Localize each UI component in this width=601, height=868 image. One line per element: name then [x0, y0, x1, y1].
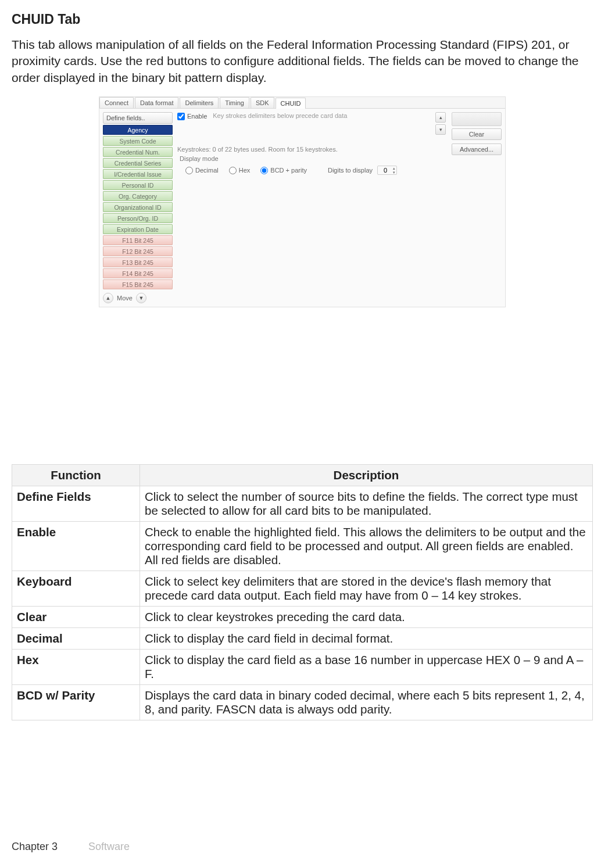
tab-sdk[interactable]: SDK	[251, 97, 274, 108]
cell-func: Decimal	[12, 628, 140, 650]
cell-desc: Click to select the number of source bit…	[140, 486, 593, 522]
page-footer: Chapter 3 Software	[12, 841, 130, 853]
move-label: Move	[117, 295, 133, 302]
chevron-down-icon: ▼	[138, 295, 144, 301]
move-down-button[interactable]: ▼	[136, 293, 146, 303]
footer-chapter: Chapter 3	[12, 841, 58, 852]
keystrokes-info: Keystrokes: 0 of 22 bytes used. Room for…	[177, 146, 446, 153]
spinner-down-icon[interactable]: ▾	[393, 170, 395, 174]
cell-desc: Check to enable the highlighted field. T…	[140, 522, 593, 571]
table-row: BCD w/ ParityDisplays the card data in b…	[12, 685, 593, 720]
display-mode-label: Display mode	[180, 155, 446, 162]
radio-hex[interactable]: Hex	[229, 167, 251, 174]
display-mode-radios: Decimal Hex BCD + parity Digits to displ…	[185, 166, 446, 175]
keyboard-placeholder	[452, 112, 502, 126]
radio-bcd-label: BCD + parity	[270, 167, 307, 174]
digits-input[interactable]	[379, 167, 392, 174]
cell-func: Clear	[12, 607, 140, 628]
intro-paragraph: This tab allows manipulation of all fiel…	[12, 37, 593, 86]
field-f13[interactable]: F13 Bit 245	[103, 257, 173, 267]
spinner-up-icon[interactable]: ▴	[393, 166, 395, 170]
radio-hex-label: Hex	[239, 167, 251, 174]
chevron-up-icon: ▲	[106, 295, 111, 301]
digits-spinner[interactable]: ▴▾	[377, 166, 397, 175]
table-row: DecimalClick to display the card field i…	[12, 628, 593, 650]
radio-decimal[interactable]: Decimal	[185, 167, 219, 174]
field-agency[interactable]: Agency	[103, 125, 173, 135]
move-up-button[interactable]: ▲	[103, 293, 113, 303]
tab-data-format[interactable]: Data format	[135, 97, 178, 108]
define-fields-button[interactable]: Define fields..	[103, 112, 173, 124]
page-title: CHUID Tab	[12, 12, 593, 27]
field-credential-issue[interactable]: I/Credential Issue	[103, 169, 173, 179]
th-function: Function	[12, 465, 140, 486]
radio-bcd[interactable]: BCD + parity	[260, 167, 307, 174]
scroll-up-button[interactable]: ▴	[435, 112, 446, 123]
radio-decimal-label: Decimal	[195, 167, 219, 174]
enable-checkbox[interactable]	[177, 113, 185, 120]
field-f15[interactable]: F15 Bit 245	[103, 279, 173, 289]
table-row: Define FieldsClick to select the number …	[12, 486, 593, 522]
enable-checkbox-label[interactable]: Enable	[177, 112, 207, 120]
enable-label-text: Enable	[187, 113, 207, 120]
field-person-org-id[interactable]: Person/Org. ID	[103, 213, 173, 223]
field-f14[interactable]: F14 Bit 245	[103, 268, 173, 278]
field-expiration-date[interactable]: Expiration Date	[103, 224, 173, 234]
chevron-down-icon: ▾	[439, 127, 442, 132]
tab-delimiters[interactable]: Delimiters	[180, 97, 219, 108]
cell-desc: Click to clear keystrokes preceding the …	[140, 607, 593, 628]
field-personal-id[interactable]: Personal ID	[103, 180, 173, 190]
cell-desc: Click to display the card field in decim…	[140, 628, 593, 650]
cell-desc: Click to display the card field as a bas…	[140, 650, 593, 685]
table-row: HexClick to display the card field as a …	[12, 650, 593, 685]
field-f12[interactable]: F12 Bit 245	[103, 246, 173, 256]
field-f11[interactable]: F11 Bit 245	[103, 235, 173, 245]
field-credential-series[interactable]: Credential Series	[103, 158, 173, 168]
field-organizational-id[interactable]: Organizational ID	[103, 202, 173, 212]
cell-desc: Click to select key delimiters that are …	[140, 571, 593, 607]
chuid-screenshot-panel: Connect Data format Delimiters Timing SD…	[99, 96, 506, 307]
table-row: ClearClick to clear keystrokes preceding…	[12, 607, 593, 628]
field-credential-num[interactable]: Credential Num.	[103, 147, 173, 157]
tab-connect[interactable]: Connect	[99, 97, 134, 108]
chevron-up-icon: ▴	[439, 114, 442, 120]
hint-text: Key strokes delimiters below precede car…	[213, 112, 430, 119]
cell-desc: Displays the card data in binary coded d…	[140, 685, 593, 720]
clear-button[interactable]: Clear	[452, 128, 502, 140]
scroll-down-button[interactable]: ▾	[435, 124, 446, 135]
footer-section: Software	[88, 841, 130, 852]
advanced-button[interactable]: Advanced...	[452, 144, 502, 155]
tab-strip: Connect Data format Delimiters Timing SD…	[99, 97, 505, 109]
move-controls: ▲ Move ▼	[103, 293, 173, 303]
table-row: EnableCheck to enable the highlighted fi…	[12, 522, 593, 571]
field-system-code[interactable]: System Code	[103, 136, 173, 146]
digits-label: Digits to display	[328, 167, 373, 174]
table-row: KeyboardClick to select key delimiters t…	[12, 571, 593, 607]
field-org-category[interactable]: Org. Category	[103, 191, 173, 201]
th-description: Description	[140, 465, 593, 486]
field-list: Define fields.. Agency System Code Crede…	[103, 112, 173, 303]
tab-timing[interactable]: Timing	[220, 97, 249, 108]
tab-chuid[interactable]: CHUID	[276, 98, 306, 109]
cell-func: Enable	[12, 522, 140, 571]
cell-func: Define Fields	[12, 486, 140, 522]
function-table: Function Description Define FieldsClick …	[12, 464, 593, 720]
cell-func: Hex	[12, 650, 140, 685]
cell-func: Keyboard	[12, 571, 140, 607]
cell-func: BCD w/ Parity	[12, 685, 140, 720]
